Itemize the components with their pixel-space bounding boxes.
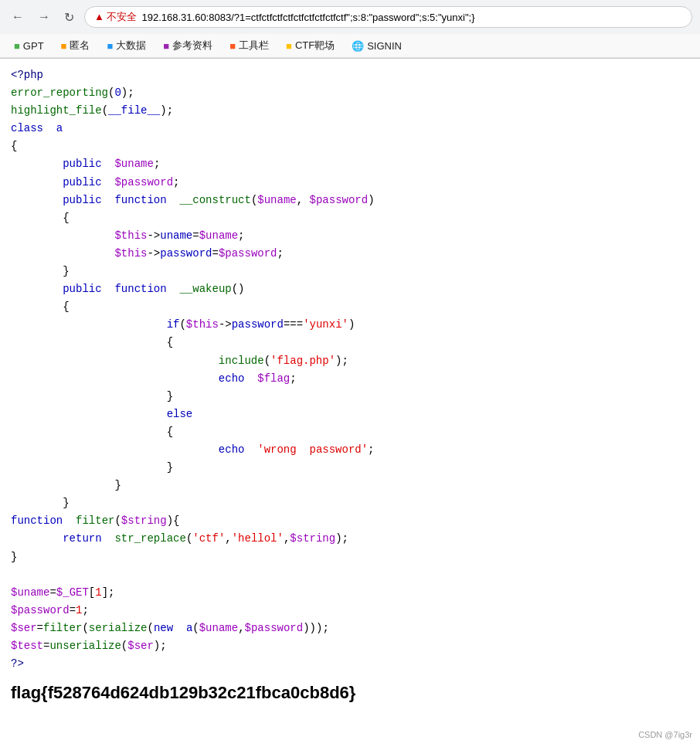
bookmark-label-anon: 匿名 <box>70 39 90 53</box>
url-text: 192.168.31.60:8083/?1=ctfctfctfctfctfctf… <box>141 12 474 23</box>
bookmark-label-signin: SIGNIN <box>367 40 402 52</box>
folder-icon-gpt: ■ <box>14 40 20 52</box>
bookmark-anon[interactable]: ■ 匿名 <box>55 37 97 54</box>
folder-icon-anon: ■ <box>61 40 67 52</box>
bookmark-label-tools: 工具栏 <box>239 39 269 53</box>
security-warning: ▲ 不安全 <box>94 10 137 24</box>
forward-button[interactable]: → <box>34 8 54 25</box>
refresh-button[interactable]: ↻ <box>60 8 78 26</box>
bookmark-tools[interactable]: ■ 工具栏 <box>223 37 275 54</box>
browser-chrome: ← → ↻ ▲ 不安全 192.168.31.60:8083/?1=ctfctf… <box>0 0 700 59</box>
bookmark-label-bigdata: 大数据 <box>116 39 146 53</box>
bookmark-gpt[interactable]: ■ GPT <box>8 39 50 53</box>
bookmarks-bar: ■ GPT ■ 匿名 ■ 大数据 ■ 参考资料 ■ 工具栏 ■ CTF靶场 🌐 … <box>0 34 700 58</box>
page-content: <?php error_reporting(0); highlight_file… <box>0 59 700 714</box>
bookmark-signin[interactable]: 🌐 SIGNIN <box>345 39 408 53</box>
bookmark-ref[interactable]: ■ 参考资料 <box>157 37 219 54</box>
flag-output: flag{f528764d624db129b32c21fbca0cb8d6} <box>11 679 689 706</box>
bookmark-bigdata[interactable]: ■ 大数据 <box>100 37 152 54</box>
folder-icon-ref: ■ <box>163 40 169 52</box>
folder-icon-tools: ■ <box>229 40 236 52</box>
folder-icon-ctf: ■ <box>286 40 292 52</box>
folder-icon-bigdata: ■ <box>107 40 113 52</box>
bookmark-ctf[interactable]: ■ CTF靶场 <box>280 37 341 54</box>
bookmark-label-ref: 参考资料 <box>172 39 212 53</box>
browser-nav: ← → ↻ ▲ 不安全 192.168.31.60:8083/?1=ctfctf… <box>0 0 700 34</box>
code-block: <?php error_reporting(0); highlight_file… <box>11 66 689 673</box>
bookmark-label-gpt: GPT <box>23 40 44 52</box>
address-bar[interactable]: ▲ 不安全 192.168.31.60:8083/?1=ctfctfctfctf… <box>84 6 692 28</box>
globe-icon-signin: 🌐 <box>352 40 364 52</box>
bookmark-label-ctf: CTF靶场 <box>295 39 335 53</box>
back-button[interactable]: ← <box>8 8 28 25</box>
